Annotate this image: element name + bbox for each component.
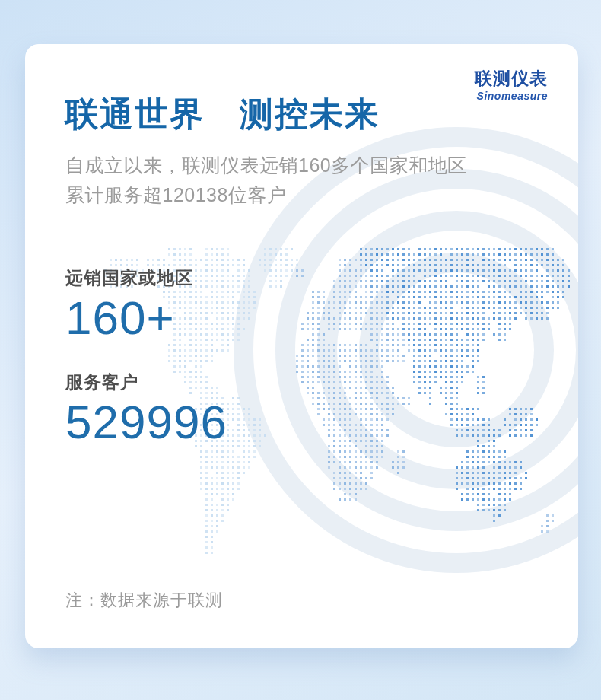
world-map-dots <box>25 44 578 648</box>
stat-countries-label: 远销国家或地区 <box>65 269 193 287</box>
stat-countries: 远销国家或地区 160+ <box>65 269 193 342</box>
page-title: 联通世界 测控未来 <box>65 97 380 131</box>
brand-name-cn: 联测仪表 <box>475 70 548 88</box>
subtitle: 自成立以来，联测仪表远销160多个国家和地区 累计服务超120138位客户 <box>65 151 467 210</box>
brand-logo: 联测仪表 Sinomeasure <box>475 70 548 101</box>
data-source-note: 注：数据来源于联测 <box>65 589 223 612</box>
subtitle-line-2: 累计服务超120138位客户 <box>65 184 286 205</box>
stat-customers-value: 529996 <box>65 399 227 446</box>
stat-customers-label: 服务客户 <box>65 374 227 391</box>
stat-customers: 服务客户 529996 <box>65 374 227 446</box>
subtitle-line-1: 自成立以来，联测仪表远销160多个国家和地区 <box>65 154 467 176</box>
stat-countries-value: 160+ <box>65 294 193 342</box>
info-card: 联测仪表 Sinomeasure 联通世界 测控未来 自成立以来，联测仪表远销1… <box>25 44 578 648</box>
brand-name-en: Sinomeasure <box>475 91 548 101</box>
